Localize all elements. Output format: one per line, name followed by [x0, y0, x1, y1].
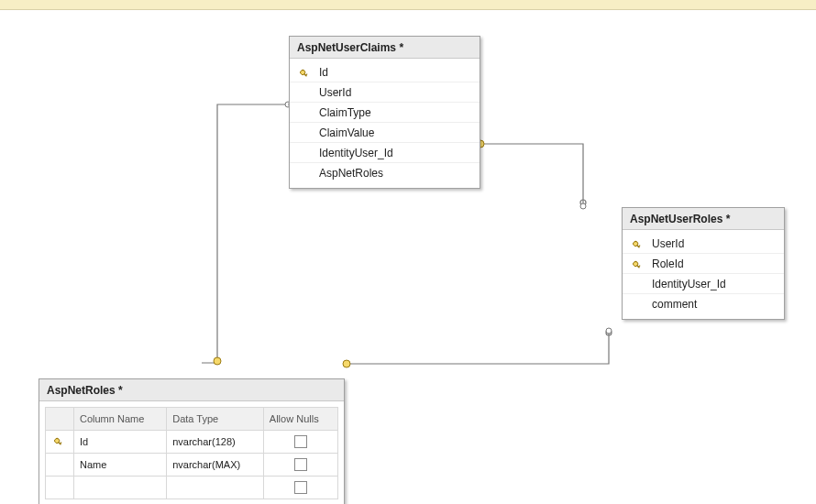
key-placeholder — [46, 477, 74, 499]
cell-allow-nulls[interactable] — [263, 477, 337, 499]
table-aspnetroles[interactable]: AspNetRoles * Column Name Data Type Allo… — [39, 378, 345, 504]
column-name: ClaimType — [314, 106, 472, 119]
svg-point-3 — [580, 203, 586, 209]
column-name: UserId — [646, 237, 777, 250]
svg-point-4 — [606, 328, 612, 334]
cell-column-name[interactable] — [74, 477, 167, 499]
grid-row[interactable] — [46, 477, 338, 499]
cell-allow-nulls[interactable] — [263, 431, 337, 454]
cell-data-type[interactable] — [167, 477, 264, 499]
column-name: RoleId — [646, 257, 777, 270]
column-row[interactable]: ClaimType — [290, 102, 480, 122]
column-name: IdentityUser_Id — [646, 278, 777, 290]
grid-header-row: Column Name Data Type Allow Nulls — [46, 408, 338, 431]
header-allow-nulls: Allow Nulls — [263, 408, 337, 431]
header-column-name: Column Name — [74, 408, 167, 431]
cell-allow-nulls[interactable] — [263, 454, 337, 477]
cell-data-type[interactable]: nvarchar(128) — [167, 431, 264, 454]
column-row[interactable]: IdentityUser_Id — [290, 142, 480, 162]
cell-column-name[interactable]: Id — [74, 431, 167, 454]
key-placeholder — [46, 454, 74, 477]
checkbox-icon[interactable] — [294, 481, 307, 494]
primary-key-icon — [630, 259, 646, 268]
column-row[interactable]: UserId — [623, 234, 784, 253]
grid-row[interactable]: Name nvarchar(MAX) — [46, 454, 338, 477]
column-row[interactable]: ClaimValue — [290, 122, 480, 142]
diagram-canvas[interactable]: AspNetUserClaims * Id UserId ClaimType C… — [0, 10, 816, 504]
cell-data-type[interactable]: nvarchar(MAX) — [167, 454, 264, 477]
primary-key-icon — [630, 239, 646, 248]
ribbon-strip — [0, 0, 816, 10]
table-title: AspNetUserRoles * — [623, 208, 784, 230]
column-row[interactable]: RoleId — [623, 253, 784, 273]
svg-point-5 — [343, 360, 350, 367]
table-aspnetuserclaims[interactable]: AspNetUserClaims * Id UserId ClaimType C… — [289, 36, 480, 189]
column-grid[interactable]: Column Name Data Type Allow Nulls Id nva… — [45, 407, 338, 499]
table-title: AspNetUserClaims * — [290, 37, 480, 59]
column-name: Id — [314, 66, 472, 79]
column-name: ClaimValue — [314, 126, 472, 139]
header-data-type: Data Type — [167, 408, 264, 431]
table-aspnetuserroles[interactable]: AspNetUserRoles * UserId RoleId Identity… — [622, 207, 785, 320]
column-row[interactable]: comment — [623, 293, 784, 313]
column-name: AspNetRoles — [314, 167, 472, 180]
cell-column-name[interactable]: Name — [74, 454, 167, 477]
table-body: Column Name Data Type Allow Nulls Id nva… — [39, 401, 344, 504]
column-row[interactable]: IdentityUser_Id — [623, 273, 784, 293]
table-body: UserId RoleId IdentityUser_Id comment — [623, 230, 784, 319]
column-name: IdentityUser_Id — [314, 147, 472, 159]
column-row[interactable]: AspNetRoles — [290, 162, 480, 182]
checkbox-icon[interactable] — [294, 458, 307, 471]
primary-key-icon — [46, 431, 74, 454]
svg-point-1 — [214, 357, 221, 365]
checkbox-icon[interactable] — [294, 435, 307, 448]
column-row[interactable]: UserId — [290, 82, 480, 102]
column-row[interactable]: Id — [290, 62, 480, 82]
column-name: comment — [646, 298, 777, 311]
table-title: AspNetRoles * — [39, 379, 344, 401]
column-name: UserId — [314, 86, 472, 99]
grid-row[interactable]: Id nvarchar(128) — [46, 431, 338, 454]
table-body: Id UserId ClaimType ClaimValue IdentityU… — [290, 59, 480, 188]
primary-key-icon — [297, 68, 314, 77]
